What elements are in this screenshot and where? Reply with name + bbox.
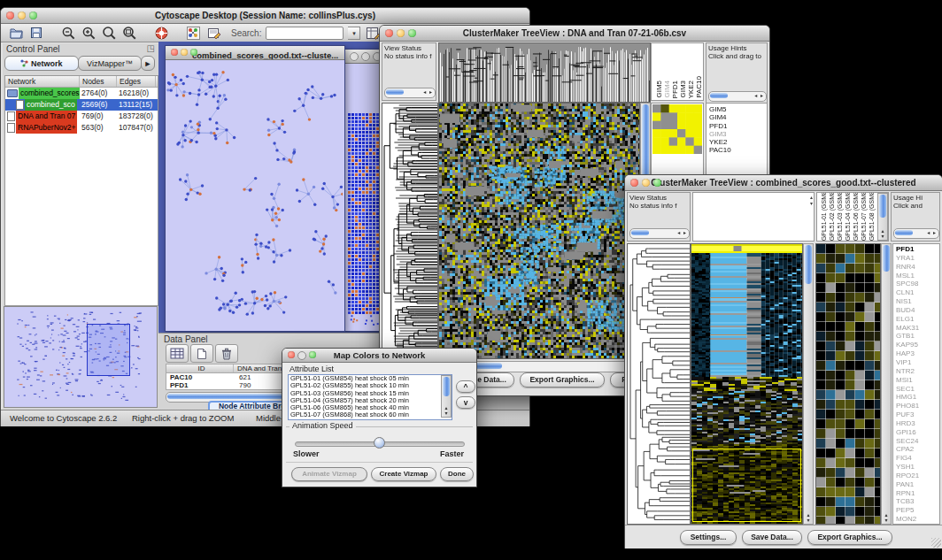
- gene-label[interactable]: YSH1: [893, 463, 939, 472]
- gene-label[interactable]: HAP3: [893, 349, 939, 358]
- network-overview-canvas[interactable]: [4, 306, 158, 408]
- column-label[interactable]: GPL51-03 (GSM856): [836, 192, 844, 241]
- gene-label[interactable]: PHO81: [893, 402, 939, 410]
- column-label[interactable]: GPL51-08 (GSM872): [868, 192, 876, 241]
- help-button[interactable]: [153, 25, 169, 41]
- heatmap-canvas[interactable]: [438, 103, 640, 359]
- column-label[interactable]: PFD1: [671, 81, 679, 98]
- gene-label[interactable]: PUF3: [893, 410, 939, 419]
- column-header[interactable]: Network: [5, 76, 80, 87]
- network-table-row[interactable]: DNA and Tran 07769(0)183728(0): [5, 111, 158, 122]
- resize-grip[interactable]: [931, 538, 941, 548]
- gene-label[interactable]: SEC1: [893, 385, 939, 394]
- gene-label[interactable]: CLN1: [893, 288, 939, 297]
- column-labels-scrollbar[interactable]: ▴▾: [877, 193, 888, 241]
- minimize-icon[interactable]: [181, 49, 188, 56]
- minimize-icon[interactable]: [361, 52, 370, 61]
- close-icon[interactable]: [350, 52, 359, 61]
- gene-label[interactable]: NTR2: [893, 367, 939, 376]
- gene-label[interactable]: CPA2: [893, 445, 939, 454]
- minimize-icon[interactable]: [642, 179, 650, 187]
- close-icon[interactable]: [630, 179, 638, 187]
- network-overview-button[interactable]: [185, 25, 201, 41]
- column-dendrogram-panel[interactable]: ▴▾: [692, 192, 815, 242]
- zoom-window-icon[interactable]: [29, 12, 37, 19]
- gene-label[interactable]: ELG1: [893, 315, 939, 324]
- tab-network[interactable]: Network: [4, 56, 79, 71]
- gene-label[interactable]: SEC24: [893, 437, 939, 446]
- network-canvas[interactable]: [166, 60, 343, 330]
- zoom-in-button[interactable]: [81, 25, 97, 41]
- gene-label[interactable]: VIP1: [893, 358, 939, 367]
- window-controls[interactable]: [288, 351, 316, 360]
- column-label[interactable]: YKE2: [687, 81, 695, 98]
- zoom-window-icon[interactable]: [653, 179, 661, 187]
- delete-attribute-button[interactable]: [215, 344, 238, 363]
- gene-label[interactable]: MSL1: [893, 272, 939, 280]
- main-titlebar[interactable]: Cytoscape Desktop (Session Name: collins…: [1, 8, 529, 24]
- minimize-icon[interactable]: [397, 29, 405, 37]
- window-controls[interactable]: [350, 52, 382, 61]
- column-label[interactable]: GPL51-04 (GSM857): [844, 192, 852, 241]
- heatmap-vscrollbar[interactable]: ▴▾: [803, 243, 814, 525]
- close-icon[interactable]: [385, 29, 393, 37]
- column-label[interactable]: GPL51-01 (GSM854): [820, 192, 828, 241]
- network-table-row[interactable]: combined_scores2764(0)16218(0): [5, 88, 158, 99]
- treeview2-titlebar[interactable]: ClusterMaker TreeView : combined_scores_…: [625, 175, 942, 191]
- gene-label[interactable]: SPC98: [893, 280, 939, 288]
- gene-label[interactable]: BUD4: [893, 306, 939, 315]
- gene-label[interactable]: TCB3: [893, 497, 939, 506]
- open-session-button[interactable]: [8, 25, 24, 41]
- treeview-button[interactable]: Save Data...: [742, 530, 802, 545]
- dialog-button[interactable]: Create Vizmap: [371, 467, 436, 481]
- gene-label[interactable]: MON2: [893, 515, 939, 524]
- gene-label[interactable]: PFD1: [893, 245, 939, 254]
- gene-label[interactable]: GIM3: [706, 130, 767, 138]
- gene-label[interactable]: HMG1: [893, 393, 939, 402]
- window-controls[interactable]: [630, 179, 661, 187]
- row-dendrogram-canvas[interactable]: [382, 103, 438, 359]
- gene-label[interactable]: PFD1: [706, 122, 767, 130]
- minimize-icon[interactable]: [297, 351, 306, 360]
- gene-label[interactable]: MSI1: [893, 376, 939, 385]
- heatmap-canvas[interactable]: [691, 243, 803, 525]
- window-controls[interactable]: [385, 29, 416, 37]
- panel-scrollbar[interactable]: ◂ ▸: [893, 228, 939, 239]
- gene-label[interactable]: FIG4: [893, 454, 939, 463]
- attribute-select-button[interactable]: [166, 344, 189, 363]
- column-label[interactable]: GPL51-07 (GSM868): [860, 192, 868, 241]
- gene-label[interactable]: HRD3: [893, 419, 939, 428]
- minimize-icon[interactable]: [18, 12, 26, 19]
- zoom-window-icon[interactable]: [408, 29, 416, 37]
- gene-label[interactable]: GIM5: [706, 105, 767, 113]
- treeview-button[interactable]: Export Graphics...: [520, 372, 605, 387]
- network-table-row[interactable]: RNAPuberNov2+563(0)107847(0): [5, 122, 158, 134]
- gene-label[interactable]: YRA1: [893, 254, 939, 263]
- annotation-button[interactable]: [205, 25, 221, 41]
- column-label[interactable]: PAC10: [695, 76, 703, 98]
- close-icon[interactable]: [171, 49, 178, 56]
- dialog-button[interactable]: Animate Vizmap: [291, 467, 367, 481]
- gene-label[interactable]: RPO21: [893, 472, 939, 480]
- float-panel-icon[interactable]: ◳: [147, 43, 155, 53]
- close-icon[interactable]: [288, 351, 295, 358]
- panel-scrollbar[interactable]: ◂ ▸: [629, 228, 690, 239]
- gene-label[interactable]: RNR4: [893, 263, 939, 272]
- treeview1-titlebar[interactable]: ClusterMaker TreeView : DNA and Tran 07-…: [380, 26, 769, 42]
- zoom-window-icon[interactable]: [190, 49, 197, 56]
- treeview-button[interactable]: Export Graphics...: [807, 530, 892, 545]
- gene-label[interactable]: PAN1: [893, 480, 939, 489]
- zoom-vscrollbar[interactable]: ▴▾: [881, 243, 892, 525]
- zoom-window-icon[interactable]: [309, 351, 316, 358]
- column-label[interactable]: GIM3: [679, 81, 687, 98]
- gene-label[interactable]: KAP95: [893, 341, 939, 349]
- gene-label[interactable]: PAC10: [706, 146, 767, 154]
- gene-label[interactable]: RPN1: [893, 489, 939, 498]
- column-label[interactable]: GIM4: [663, 81, 671, 98]
- gene-label[interactable]: GIM4: [706, 113, 767, 121]
- panel-scrollbar[interactable]: ◂ ▸: [384, 88, 436, 98]
- zoom-selected-button[interactable]: [101, 25, 117, 41]
- zoom-out-button[interactable]: [60, 25, 76, 41]
- scroll-arrows[interactable]: ▴▾: [810, 195, 813, 207]
- tab--[interactable]: ►: [141, 56, 155, 71]
